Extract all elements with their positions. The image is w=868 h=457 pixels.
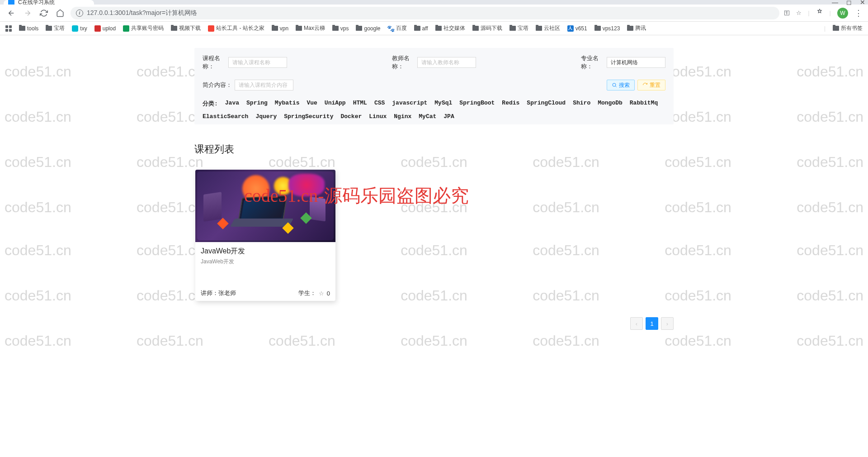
baidu-icon: 🐾 [388, 25, 394, 32]
category-item[interactable]: javascript [392, 100, 427, 108]
browser-tab[interactable]: C在线学习系统 [4, 0, 94, 5]
close-icon[interactable]: ✕ [860, 0, 865, 6]
category-item[interactable]: Nginx [394, 113, 411, 120]
bookmark-item[interactable]: 站长工具 - 站长之家 [208, 24, 264, 32]
reset-button[interactable]: 重置 [637, 80, 665, 90]
category-row: 分类: JavaSpringMybatisVueUniAppHTMLCSSjav… [203, 100, 665, 120]
folder-icon [435, 26, 442, 31]
bookmark-item[interactable]: 🐾百度 [388, 24, 407, 32]
category-item[interactable]: CSS [374, 100, 385, 108]
category-item[interactable]: ElasticSearch [203, 113, 248, 120]
url-field[interactable]: i 127.0.0.1:3001/task?major=计算机网络 [71, 7, 779, 19]
bookmark-item[interactable]: vps123 [594, 25, 620, 32]
category-item[interactable]: MongoDb [598, 100, 623, 108]
bookmark-item[interactable]: 人v651 [567, 25, 587, 32]
bookmark-item[interactable]: 云社区 [536, 24, 560, 32]
teacher-input[interactable] [417, 57, 476, 68]
site-info-icon[interactable]: i [76, 10, 83, 17]
zz-icon [208, 25, 214, 32]
course-thumbnail [195, 170, 335, 242]
category-item[interactable]: Spring [246, 100, 268, 108]
bookmark-item[interactable]: vps [332, 25, 349, 32]
browser-chrome: C在线学习系统 — ◻ ✕ i 127.0.0.1:3001/task?majo… [0, 0, 868, 35]
profile-avatar[interactable]: W [837, 8, 848, 19]
bookmark-item[interactable]: uplod [94, 25, 116, 32]
folder-icon [296, 26, 302, 31]
major-label: 专业名称： [581, 54, 604, 71]
home-button[interactable] [54, 7, 66, 19]
back-button[interactable] [5, 7, 17, 19]
reload-button[interactable] [38, 7, 50, 19]
maximize-icon[interactable]: ◻ [846, 0, 852, 6]
svg-point-0 [613, 83, 616, 86]
page-prev[interactable]: ‹ [630, 317, 643, 330]
v651-icon: 人 [567, 25, 574, 32]
txy-icon [72, 25, 78, 32]
bookmark-item[interactable]: 源码下载 [472, 24, 502, 32]
major-input[interactable] [607, 57, 665, 68]
course-subtitle: JavaWeb开发 [201, 258, 330, 266]
category-item[interactable]: Shiro [573, 100, 590, 108]
bookmark-item[interactable]: 共享账号密码 [123, 24, 164, 32]
category-item[interactable]: UniApp [325, 100, 346, 108]
category-item[interactable]: Redis [502, 100, 519, 108]
menu-icon[interactable]: ⋮ [854, 8, 863, 18]
forward-button[interactable] [22, 7, 33, 19]
category-item[interactable]: HTML [353, 100, 367, 108]
folder-icon [414, 26, 420, 31]
page-number[interactable]: 1 [646, 317, 658, 330]
course-card[interactable]: JavaWeb开发 JavaWeb开发 讲师：张老师 学生： ☆ 0 [195, 170, 335, 301]
apps-button[interactable] [5, 25, 12, 32]
url-bar: i 127.0.0.1:3001/task?major=计算机网络 ⚿ ☆ | … [0, 5, 868, 22]
category-item[interactable]: MyCat [419, 113, 436, 120]
bookmark-item[interactable]: google [356, 25, 380, 32]
extensions-icon[interactable] [816, 9, 823, 17]
apps-icon [5, 25, 12, 32]
category-item[interactable]: JPA [443, 113, 454, 120]
folder-icon [356, 26, 362, 31]
all-bookmarks[interactable]: 所有书签 [833, 24, 863, 32]
bookmark-item[interactable]: 视频下载 [171, 24, 201, 32]
category-item[interactable]: Mybatis [275, 100, 300, 108]
star-icon[interactable]: ☆ [796, 10, 802, 16]
minimize-icon[interactable]: — [832, 0, 838, 6]
teacher-label: 教师名称： [392, 54, 415, 71]
page-next[interactable]: › [661, 317, 674, 330]
course-title: JavaWeb开发 [201, 247, 330, 256]
search-panel: 课程名称： 教师名称： 专业名称： 简介内容： [194, 48, 674, 124]
category-item[interactable]: SpringBoot [459, 100, 495, 108]
folder-icon [594, 26, 601, 31]
category-item[interactable]: RabbitMq [630, 100, 658, 108]
category-item[interactable]: Java [225, 100, 239, 108]
bookmark-item[interactable]: Max云梯 [296, 24, 325, 32]
bookmark-item[interactable]: 宝塔 [46, 24, 65, 32]
category-item[interactable]: Jquery [255, 113, 277, 120]
bookmark-item[interactable]: tools [19, 25, 38, 32]
category-item[interactable]: Vue [307, 100, 317, 108]
course-input[interactable] [228, 57, 287, 68]
window-controls: — ◻ ✕ [832, 0, 865, 6]
bookmark-item[interactable]: vpn [272, 25, 288, 32]
bookmark-item[interactable]: 社交媒体 [435, 24, 465, 32]
folder-icon [472, 26, 479, 31]
tab-title: C在线学习系统 [18, 0, 55, 5]
category-item[interactable]: Linux [369, 113, 387, 120]
intro-input[interactable] [235, 80, 293, 90]
intro-label: 简介内容： [203, 81, 232, 89]
folder-icon [272, 26, 278, 31]
category-item[interactable]: SpringCloud [527, 100, 566, 108]
bookmark-item[interactable]: txy [72, 25, 87, 32]
folder-icon [627, 26, 633, 31]
tab-strip: C在线学习系统 — ◻ ✕ [0, 0, 868, 5]
search-button[interactable]: 搜索 [607, 80, 635, 90]
category-item[interactable]: MySql [434, 100, 452, 108]
bookmark-item[interactable]: aff [414, 25, 428, 32]
bookmarks-bar: tools宝塔txyuplod共享账号密码视频下载站长工具 - 站长之家vpnM… [0, 22, 868, 35]
category-item[interactable]: SpringSecurity [284, 113, 333, 120]
category-item[interactable]: Docker [340, 113, 362, 120]
key-icon[interactable]: ⚿ [784, 10, 790, 16]
bookmark-item[interactable]: 腾讯 [627, 24, 646, 32]
folder-icon [509, 26, 516, 31]
bookmark-item[interactable]: 宝塔 [509, 24, 528, 32]
list-title: 课程列表 [194, 143, 674, 156]
